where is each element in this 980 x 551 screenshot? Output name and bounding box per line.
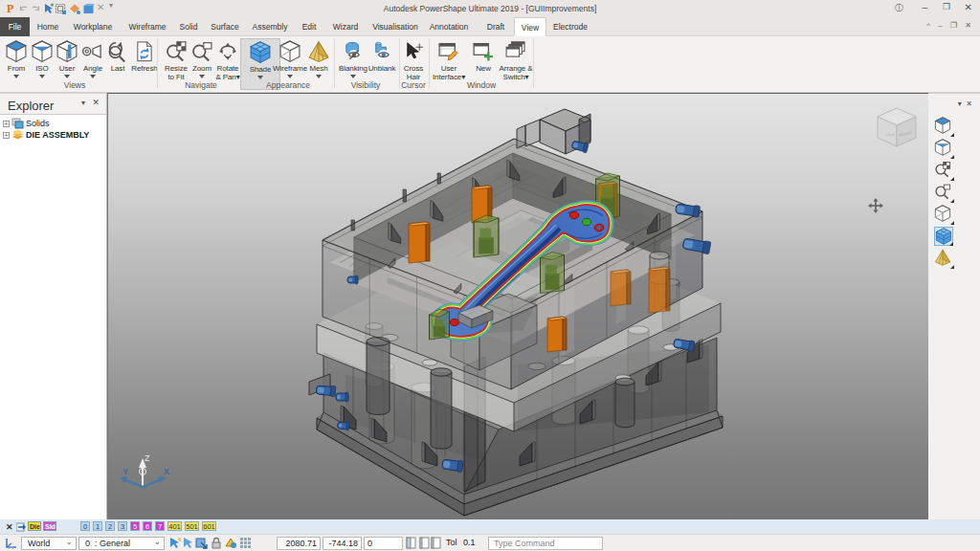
svg-text:Y: Y (122, 467, 128, 476)
svg-text:Z: Z (145, 453, 150, 463)
svg-text:X: X (164, 467, 169, 476)
